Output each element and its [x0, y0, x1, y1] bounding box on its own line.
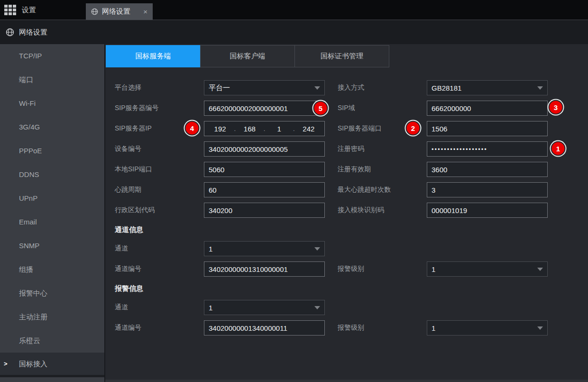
sidebar-item-auto-register[interactable]: 主动注册 [0, 305, 104, 329]
ip-octet-4[interactable]: 242 [296, 125, 322, 133]
device-id-input[interactable] [204, 141, 325, 157]
form-row: 本地SIP端口 注册有效期 [115, 162, 588, 177]
sidebar-item-email[interactable]: Email [0, 210, 104, 234]
sidebar-item-gb-access[interactable]: > 国标接入 [0, 353, 104, 375]
settings-home-tab[interactable]: 设置 [22, 0, 36, 19]
ip-dot: . [292, 125, 296, 132]
register-valid-period-input[interactable] [427, 162, 548, 177]
local-sip-port-input[interactable] [204, 162, 325, 177]
chevron-down-icon [537, 86, 543, 90]
admin-region-code-input[interactable] [204, 203, 325, 218]
access-type-select[interactable]: GB28181 [427, 80, 548, 95]
sidebar-item-port[interactable]: 端口 [0, 68, 104, 92]
sip-server-port-input[interactable] [427, 121, 548, 136]
sip-server-ip-input[interactable]: 192 . 168 . 1 . 242 [204, 121, 325, 136]
platform-label: 平台选择 [115, 84, 204, 92]
tab-gb-server[interactable]: 国标服务端 [106, 45, 201, 67]
heartbeat-period-input[interactable] [204, 182, 325, 197]
sidebar: TCP/IP 端口 Wi-Fi 3G/4G PPPoE DDNS UPnP Em… [0, 44, 105, 382]
channel-label: 通道 [115, 244, 204, 253]
apps-grid-icon[interactable] [4, 5, 17, 16]
main-content: 国标服务端 国标客户端 国标证书管理 平台选择 平台一 接入方式 GB28181… [105, 44, 588, 382]
alarm-info-level-select-value: 1 [432, 324, 435, 332]
channel-info-section-title: 通道信息 [115, 225, 588, 234]
form-row: 平台选择 平台一 接入方式 GB28181 [115, 80, 588, 95]
sidebar-item-tcpip[interactable]: TCP/IP [0, 44, 104, 68]
alarm-channel-id-label: 通道编号 [115, 324, 204, 332]
alarm-info-level-select[interactable]: 1 [427, 320, 548, 335]
channel-select[interactable]: 1 [204, 241, 325, 256]
alarm-channel-id-input[interactable] [204, 320, 325, 335]
callout-badge-4: 4 [186, 122, 199, 135]
callout-badge-3: 3 [550, 101, 562, 114]
max-heartbeat-timeout-input[interactable] [427, 182, 548, 197]
alarm-level-label: 报警级别 [338, 265, 427, 273]
access-type-label: 接入方式 [338, 84, 427, 92]
top-bar: 设置 网络设置 × [0, 0, 588, 20]
tab-bar: 国标服务端 国标客户端 国标证书管理 [106, 45, 588, 67]
ip-dot: . [233, 125, 237, 132]
sidebar-next-item-stub [0, 377, 104, 382]
form-row: 通道 1 [115, 300, 588, 315]
ip-octet-3[interactable]: 1 [266, 125, 292, 133]
page-header: 网络设置 [0, 20, 588, 44]
window-tab-network-settings[interactable]: 网络设置 × [86, 3, 153, 20]
sidebar-item-lechange[interactable]: 乐橙云 [0, 329, 104, 353]
chevron-down-icon [537, 326, 543, 330]
sidebar-item-ddns[interactable]: DDNS [0, 163, 104, 186]
channel-id-input[interactable] [204, 261, 325, 277]
sidebar-item-snmp[interactable]: SNMP [0, 234, 104, 258]
channel-select-value: 1 [209, 245, 212, 253]
sidebar-item-label: 国标接入 [19, 360, 47, 368]
alarm-channel-select[interactable]: 1 [204, 300, 325, 315]
tab-gb-certificate[interactable]: 国标证书管理 [294, 45, 389, 67]
access-module-id-input[interactable] [427, 203, 548, 218]
sidebar-item-wifi[interactable]: Wi-Fi [0, 92, 104, 115]
sidebar-item-multicast[interactable]: 组播 [0, 258, 104, 281]
form-row: 通道 1 [115, 241, 588, 256]
access-type-select-value: GB28181 [432, 84, 461, 92]
alarm-level-select-value: 1 [432, 265, 435, 273]
page-title: 网络设置 [19, 28, 47, 37]
form-row: 行政区划代码 接入模块识别码 [115, 203, 588, 218]
chevron-down-icon [314, 247, 320, 251]
form-row: 设备编号 注册密码 [115, 141, 588, 157]
sip-domain-label: SIP域 [338, 104, 427, 112]
gb-server-form: 平台选择 平台一 接入方式 GB28181 SIP服务器编号 SIP域 [105, 80, 588, 335]
sidebar-item-upnp[interactable]: UPnP [0, 186, 104, 210]
alarm-level-select[interactable]: 1 [427, 261, 548, 277]
close-icon[interactable]: × [143, 8, 147, 15]
chevron-down-icon [314, 306, 320, 309]
sip-server-id-label: SIP服务器编号 [115, 104, 204, 112]
alarm-channel-label: 通道 [115, 303, 204, 312]
ip-dot: . [263, 125, 266, 132]
sidebar-item-3g4g[interactable]: 3G/4G [0, 115, 104, 139]
register-password-label: 注册密码 [338, 145, 427, 153]
form-row: 通道编号 报警级别 1 [115, 320, 588, 335]
globe-icon [91, 8, 98, 15]
chevron-down-icon [537, 268, 543, 271]
chevron-down-icon [314, 86, 320, 90]
globe-icon [6, 28, 14, 37]
sidebar-item-pppoe[interactable]: PPPoE [0, 139, 104, 163]
ip-octet-1[interactable]: 192 [207, 125, 233, 133]
access-module-id-label: 接入模块识别码 [338, 206, 427, 214]
register-password-input[interactable] [427, 141, 548, 157]
form-row: 心跳周期 最大心跳超时次数 [115, 182, 588, 197]
sidebar-item-alarm-center[interactable]: 报警中心 [0, 281, 104, 305]
max-heartbeat-timeout-label: 最大心跳超时次数 [338, 186, 427, 194]
alarm-info-section-title: 报警信息 [115, 284, 588, 293]
platform-select[interactable]: 平台一 [204, 80, 325, 95]
form-row: 通道编号 报警级别 1 [115, 261, 588, 277]
alarm-channel-select-value: 1 [209, 304, 212, 312]
network-settings-window: 设置 网络设置 × 网络设置 TCP/IP 端口 Wi-Fi 3G/4G PPP… [0, 0, 588, 382]
heartbeat-period-label: 心跳周期 [115, 186, 204, 194]
tab-gb-client[interactable]: 国标客户端 [200, 45, 295, 67]
ip-octet-2[interactable]: 168 [237, 125, 262, 133]
callout-badge-2: 2 [407, 122, 420, 135]
device-id-label: 设备编号 [115, 145, 204, 153]
sip-server-id-input[interactable] [204, 101, 325, 116]
sip-domain-input[interactable] [427, 101, 548, 116]
form-row: SIP服务器编号 SIP域 [115, 101, 588, 116]
bottom-scrollbar-strip[interactable] [105, 380, 588, 382]
